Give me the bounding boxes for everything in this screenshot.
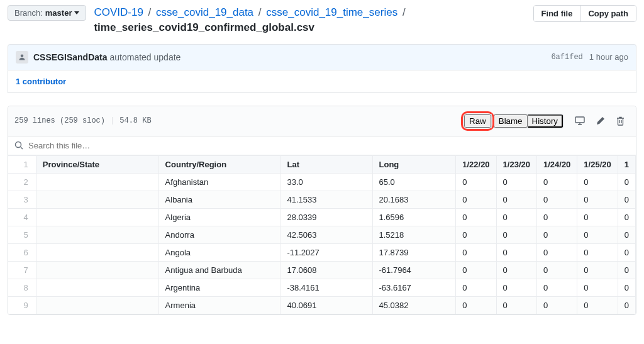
cell: 0 xyxy=(618,226,635,243)
table-row: 9Armenia40.069145.038200000 xyxy=(8,296,636,314)
table-header-row: 1 Province/State Country/Region Lat Long… xyxy=(8,155,636,173)
cell: Angola xyxy=(158,243,280,261)
desktop-icon-button[interactable] xyxy=(570,114,590,128)
contributors-link[interactable]: 1 contributor xyxy=(16,77,66,86)
copy-path-button[interactable]: Copy path xyxy=(580,6,636,21)
cell: 0 xyxy=(536,261,577,279)
cell: 0 xyxy=(536,226,577,243)
cell: 0 xyxy=(536,279,577,296)
cell: 0 xyxy=(536,243,577,261)
trash-icon xyxy=(616,116,625,126)
search-row xyxy=(8,136,636,155)
cell: 0 xyxy=(456,296,496,314)
cell: 0 xyxy=(577,279,618,296)
cell: 20.1683 xyxy=(372,191,456,208)
cell xyxy=(36,226,158,243)
cell: 0 xyxy=(618,173,635,191)
contributors-bar: 1 contributor xyxy=(8,70,636,93)
line-number: 6 xyxy=(8,243,36,261)
cell: 0 xyxy=(496,173,536,191)
line-number: 9 xyxy=(8,296,36,314)
cell: 0 xyxy=(577,208,618,226)
raw-highlight-annotation: Raw xyxy=(461,111,494,131)
branch-select[interactable]: Branch: master xyxy=(8,5,86,21)
search-input[interactable] xyxy=(27,140,630,151)
table-row: 7Antigua and Barbuda17.0608-61.796400000 xyxy=(8,261,636,279)
cell xyxy=(36,279,158,296)
cell: 0 xyxy=(618,191,635,208)
cell: -63.6167 xyxy=(372,279,456,296)
cell: 1.5218 xyxy=(372,226,456,243)
cell: 45.0382 xyxy=(372,296,456,314)
file-header: 259 lines (259 sloc) | 54.8 KB Raw Blame… xyxy=(8,106,636,136)
cell: 0 xyxy=(456,226,496,243)
cell: 0 xyxy=(577,261,618,279)
svg-point-4 xyxy=(16,142,21,148)
commit-message[interactable]: automated update xyxy=(109,52,180,62)
commit-author[interactable]: CSSEGISandData xyxy=(33,52,107,62)
cell: 0 xyxy=(577,296,618,314)
table-row: 5Andorra42.50631.521800000 xyxy=(8,226,636,243)
cell: 28.0339 xyxy=(280,208,372,226)
cell: 0 xyxy=(496,296,536,314)
table-row: 3Albania41.153320.168300000 xyxy=(8,191,636,208)
cell: 65.0 xyxy=(372,173,456,191)
cell: 0 xyxy=(577,243,618,261)
line-number: 8 xyxy=(8,279,36,296)
raw-button[interactable]: Raw xyxy=(464,114,491,128)
cell: 0 xyxy=(577,226,618,243)
line-number: 7 xyxy=(8,261,36,279)
breadcrumb-part-1[interactable]: csse_covid_19_time_series xyxy=(266,6,397,18)
file-size: 54.8 KB xyxy=(119,116,151,125)
find-file-button[interactable]: Find file xyxy=(534,6,580,21)
cell: 0 xyxy=(618,261,635,279)
cell: 0 xyxy=(496,279,536,296)
branch-label: Branch: xyxy=(14,8,43,18)
cell: Armenia xyxy=(158,296,280,314)
col-header: Province/State xyxy=(36,155,158,173)
csv-table: 1 Province/State Country/Region Lat Long… xyxy=(8,155,636,314)
col-header: Country/Region xyxy=(158,155,280,173)
cell: 0 xyxy=(456,261,496,279)
breadcrumb-root[interactable]: COVID-19 xyxy=(94,6,143,18)
cell: 33.0 xyxy=(280,173,372,191)
cell: 42.5063 xyxy=(280,226,372,243)
cell: 0 xyxy=(536,208,577,226)
cell xyxy=(36,173,158,191)
monitor-icon xyxy=(575,116,585,125)
branch-name: master xyxy=(45,8,72,18)
col-header: 1/23/20 xyxy=(496,155,536,173)
line-number: 5 xyxy=(8,226,36,243)
col-header: 1 xyxy=(618,155,635,173)
cell xyxy=(36,191,158,208)
cell: 0 xyxy=(456,173,496,191)
cell: Algeria xyxy=(158,208,280,226)
file-lines: 259 lines (259 sloc) xyxy=(14,116,105,125)
cell: 0 xyxy=(618,243,635,261)
search-icon xyxy=(14,141,23,150)
svg-rect-1 xyxy=(575,117,584,123)
line-number: 1 xyxy=(8,155,36,173)
cell: Argentina xyxy=(158,279,280,296)
cell: 0 xyxy=(456,279,496,296)
breadcrumb-part-0[interactable]: csse_covid_19_data xyxy=(156,6,253,18)
cell: -38.4161 xyxy=(280,279,372,296)
history-button[interactable]: History xyxy=(528,114,563,128)
commit-sha[interactable]: 6af1fed xyxy=(551,53,582,62)
cell: Afghanistan xyxy=(158,173,280,191)
cell xyxy=(36,261,158,279)
cell: 40.0691 xyxy=(280,296,372,314)
cell: 41.1533 xyxy=(280,191,372,208)
author-avatar xyxy=(16,51,28,64)
line-number: 4 xyxy=(8,208,36,226)
edit-icon-button[interactable] xyxy=(591,114,610,128)
cell: 0 xyxy=(496,191,536,208)
svg-point-0 xyxy=(21,54,24,57)
cell: Albania xyxy=(158,191,280,208)
blame-button[interactable]: Blame xyxy=(494,114,528,128)
cell: Antigua and Barbuda xyxy=(158,261,280,279)
delete-icon-button[interactable] xyxy=(611,114,630,128)
cell: 0 xyxy=(618,296,635,314)
cell xyxy=(36,208,158,226)
cell: 0 xyxy=(496,243,536,261)
